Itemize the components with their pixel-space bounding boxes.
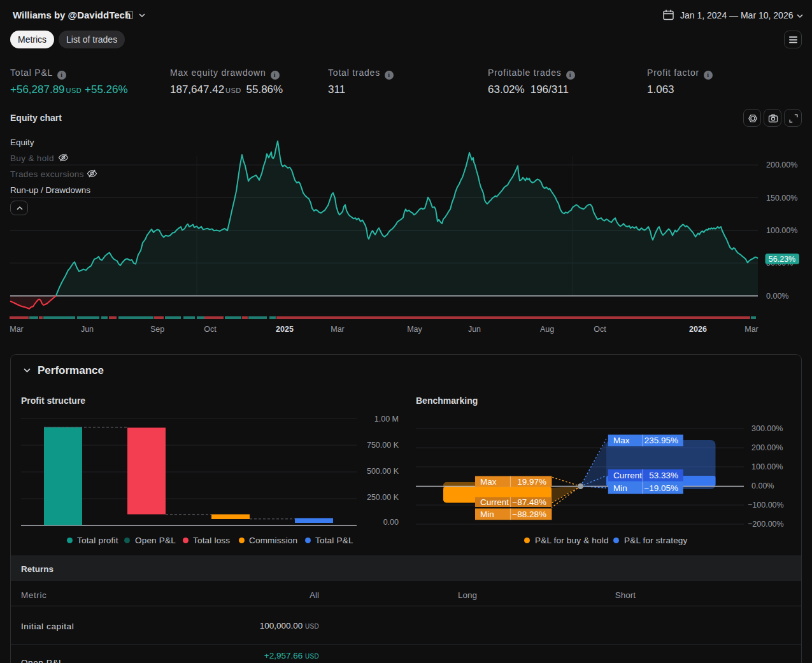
svg-text:−88.28%: −88.28% [512, 510, 546, 519]
svg-text:235.95%: 235.95% [645, 436, 678, 445]
svg-text:Max: Max [613, 436, 630, 445]
svg-text:Min: Min [613, 483, 627, 493]
svg-text:19.97%: 19.97% [517, 477, 546, 487]
svg-text:56.23%: 56.23% [769, 255, 795, 264]
svg-text:500.00 K: 500.00 K [367, 467, 399, 476]
svg-text:Aug: Aug [540, 325, 554, 334]
svg-text:Oct: Oct [204, 325, 217, 334]
svg-text:May: May [407, 325, 422, 334]
svg-text:Max: Max [480, 477, 497, 487]
svg-text:Mar: Mar [10, 325, 24, 334]
svg-text:250.00 K: 250.00 K [367, 493, 399, 502]
svg-text:−200.00%: −200.00% [748, 520, 784, 529]
svg-text:2026: 2026 [689, 325, 707, 334]
svg-text:300.00%: 300.00% [751, 424, 783, 433]
svg-text:1.00 M: 1.00 M [374, 415, 399, 424]
svg-text:200.00%: 200.00% [751, 443, 783, 452]
svg-text:150.00%: 150.00% [766, 194, 797, 203]
svg-text:Sep: Sep [150, 325, 164, 334]
svg-text:−19.05%: −19.05% [644, 483, 678, 493]
svg-text:100.00%: 100.00% [766, 226, 797, 235]
svg-text:Min: Min [480, 510, 494, 519]
svg-text:Jun: Jun [468, 325, 481, 334]
svg-text:53.33%: 53.33% [649, 471, 678, 480]
svg-text:0.00%: 0.00% [751, 481, 774, 490]
svg-text:2025: 2025 [276, 325, 294, 334]
svg-text:−87.48%: −87.48% [512, 497, 546, 507]
svg-text:0.00: 0.00 [383, 518, 399, 527]
svg-text:Current: Current [613, 471, 642, 480]
svg-text:750.00 K: 750.00 K [367, 441, 399, 450]
svg-text:Mar: Mar [744, 325, 759, 334]
svg-text:Oct: Oct [594, 325, 606, 334]
svg-text:100.00%: 100.00% [751, 462, 783, 471]
svg-text:Jun: Jun [81, 325, 94, 334]
svg-text:200.00%: 200.00% [766, 160, 797, 169]
svg-text:−100.00%: −100.00% [748, 501, 784, 510]
svg-text:0.00%: 0.00% [766, 292, 788, 301]
svg-text:Current: Current [480, 497, 509, 507]
svg-text:Mar: Mar [331, 325, 345, 334]
